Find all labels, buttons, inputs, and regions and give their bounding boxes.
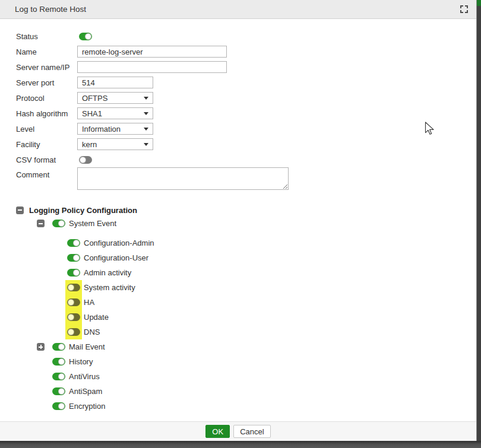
- window-edge-green-cap: [477, 0, 481, 6]
- toggle-knob: [85, 33, 91, 40]
- toggle-wrap: [50, 399, 67, 414]
- tree-row-system-activity: System activity: [16, 280, 476, 295]
- form-row-status: Status: [16, 28, 476, 44]
- form-row-server-name-ip: Server name/IP: [16, 59, 476, 75]
- tree-row-history: History: [16, 354, 476, 369]
- tree-row-encryption: Encryption: [16, 399, 476, 414]
- toggle-knob: [73, 255, 80, 261]
- toggle-knob: [58, 358, 65, 365]
- dialog-body: StatusNameServer name/IPServer portProto…: [0, 19, 476, 421]
- field-label-protocol: Protocol: [16, 94, 77, 103]
- field-label-status: Status: [16, 32, 77, 41]
- form-row-level: LevelInformation: [16, 121, 476, 136]
- tree-row-admin-activity: Admin activity: [16, 265, 476, 280]
- toggle-on[interactable]: [52, 220, 65, 227]
- comment-textarea[interactable]: [77, 167, 289, 190]
- field-label-name: Name: [16, 47, 77, 56]
- tree-label-admin-activity: Admin activity: [84, 268, 131, 277]
- toggle-knob: [58, 373, 65, 380]
- tree-label-system-event: System Event: [69, 219, 116, 228]
- collapse-minus-icon[interactable]: [16, 206, 24, 214]
- selected-value: SHA1: [82, 109, 102, 118]
- form-row-name: Name: [16, 44, 476, 59]
- field-label-level: Level: [16, 125, 77, 134]
- dialog-footer: OK Cancel: [0, 421, 476, 441]
- toggle-off[interactable]: [67, 328, 80, 336]
- tree-label-dns: DNS: [84, 328, 100, 336]
- chevron-down-icon: [144, 97, 148, 100]
- window-bottom-edge: [0, 441, 481, 448]
- fullscreen-corner: [465, 5, 468, 8]
- toggle-on[interactable]: [52, 387, 65, 395]
- form-row-csv-format: CSV format: [16, 152, 476, 167]
- toggle-off[interactable]: [67, 313, 80, 321]
- form-row-server-port: Server port: [16, 75, 476, 90]
- toggle-wrap: [50, 354, 67, 369]
- toggle-knob: [68, 314, 74, 320]
- toggle-on[interactable]: [52, 358, 65, 366]
- highlight-annotation: [65, 295, 82, 310]
- chevron-down-icon: [144, 112, 148, 115]
- tree-row-antispam: AntiSpam: [16, 384, 476, 399]
- toggle-on[interactable]: [67, 269, 80, 277]
- chevron-down-icon: [144, 128, 148, 131]
- logging-policy-title: Logging Policy Configuration: [29, 206, 137, 215]
- tree-label-update: Update: [84, 313, 109, 322]
- level-select[interactable]: Information: [77, 123, 153, 135]
- protocol-select[interactable]: OFTPS: [77, 92, 153, 104]
- form-row-protocol: ProtocolOFTPS: [16, 90, 476, 106]
- fullscreen-corner: [460, 10, 463, 13]
- toggle-on[interactable]: [67, 254, 80, 262]
- toggle-on[interactable]: [52, 373, 65, 380]
- toggle-knob: [73, 269, 80, 276]
- toggle-on[interactable]: [79, 33, 92, 40]
- page: Log to Remote Host StatusNameServer name…: [0, 0, 481, 448]
- highlight-annotation: [65, 280, 82, 295]
- selected-value: OFTPS: [82, 94, 107, 103]
- tree-row-antivirus: AntiVirus: [16, 369, 476, 384]
- tree-label-ha: HA: [84, 298, 94, 307]
- toggle-wrap: [50, 369, 67, 384]
- dialog-titlebar: Log to Remote Host: [0, 0, 476, 19]
- server-name-ip-input[interactable]: [77, 61, 227, 73]
- highlight-annotation: [65, 310, 82, 325]
- toggle-off[interactable]: [67, 298, 80, 306]
- form-row-hash-algorithm: Hash algorithmSHA1: [16, 106, 476, 121]
- toggle-off[interactable]: [67, 284, 80, 291]
- fullscreen-corner: [460, 5, 463, 8]
- facility-select[interactable]: kern: [77, 138, 153, 150]
- logging-policy-tree: System EventConfiguration-AdminConfigura…: [16, 216, 476, 414]
- cancel-button[interactable]: Cancel: [233, 425, 270, 438]
- name-input[interactable]: [77, 46, 227, 58]
- toggle-on[interactable]: [52, 343, 65, 351]
- collapse-minus-icon[interactable]: [37, 220, 45, 227]
- tree-row-update: Update: [16, 310, 476, 325]
- toggle-wrap: [77, 152, 94, 167]
- fullscreen-expand-icon[interactable]: [460, 5, 468, 13]
- toggle-wrap: [77, 28, 94, 44]
- expand-plus-icon[interactable]: [37, 343, 45, 351]
- toggle-on[interactable]: [67, 239, 80, 247]
- tree-label-encryption: Encryption: [69, 402, 105, 411]
- ok-button[interactable]: OK: [205, 425, 230, 438]
- toggle-knob: [80, 157, 86, 163]
- fullscreen-corner: [465, 10, 468, 13]
- hash-algorithm-select[interactable]: SHA1: [77, 107, 153, 119]
- logging-policy-header: Logging Policy Configuration: [16, 204, 476, 216]
- tree-row-configuration-admin: Configuration-Admin: [16, 236, 476, 250]
- dialog-title: Log to Remote Host: [15, 5, 86, 14]
- selected-value: Information: [82, 125, 121, 134]
- toggle-knob: [68, 284, 74, 291]
- form-row-facility: Facilitykern: [16, 136, 476, 152]
- toggle-on[interactable]: [52, 402, 65, 410]
- field-label-server-port: Server port: [16, 78, 77, 87]
- toggle-knob: [58, 220, 65, 227]
- toggle-knob: [68, 329, 74, 335]
- server-port-input[interactable]: [77, 77, 153, 88]
- toggle-off[interactable]: [79, 156, 92, 164]
- toggle-wrap: [65, 250, 82, 265]
- field-label-comment: Comment: [16, 167, 77, 179]
- tree-label-configuration-user: Configuration-User: [84, 253, 148, 262]
- selected-value: kern: [82, 140, 97, 149]
- tree-row-system-event: System Event: [16, 216, 476, 231]
